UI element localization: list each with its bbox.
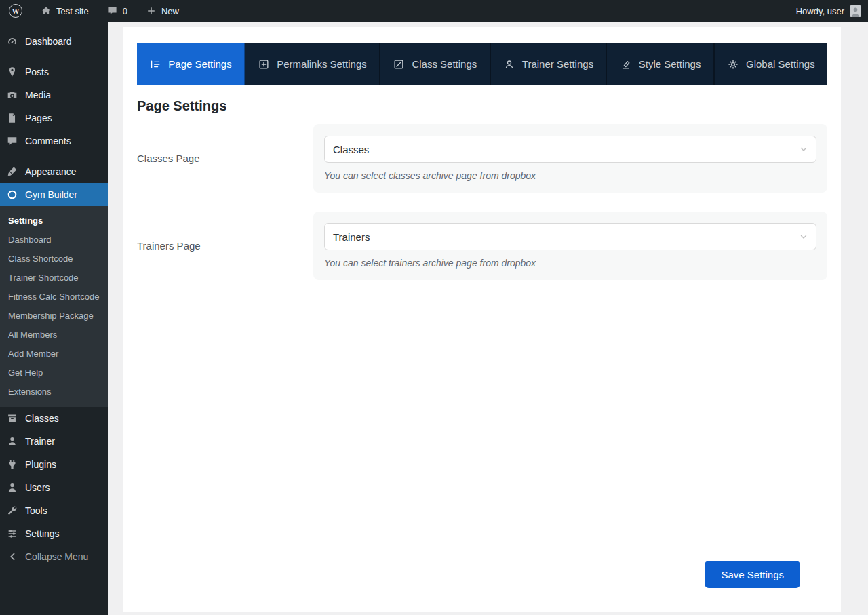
tab-style-settings[interactable]: Style Settings <box>607 43 714 85</box>
sliders-icon <box>5 527 19 540</box>
avatar-person-icon <box>850 5 861 17</box>
sidebar-item-appearance[interactable]: Appearance <box>0 160 108 183</box>
settings-tab-bar: Page Settings Permalinks Settings Class … <box>137 43 827 85</box>
sidebar-item-posts[interactable]: Posts <box>0 60 108 83</box>
plus-square-icon <box>258 58 270 71</box>
submenu-item-trainer-shortcode[interactable]: Trainer Shortcode <box>0 269 108 287</box>
submenu-item-all-members[interactable]: All Members <box>0 325 108 344</box>
wrench-icon <box>5 504 19 517</box>
sidebar-item-label: Users <box>25 482 50 493</box>
sidebar-item-collapse-menu[interactable]: Collapse Menu <box>0 545 108 568</box>
avatar[interactable] <box>850 5 861 17</box>
tab-label: Permalinks Settings <box>277 58 367 70</box>
field-label: Trainers Page <box>137 240 313 252</box>
menu-separator <box>0 53 108 60</box>
field-box: Classes You can select classes archive p… <box>313 124 827 193</box>
tab-label: Global Settings <box>746 58 815 70</box>
admin-content-area: Page Settings Permalinks Settings Class … <box>108 22 868 615</box>
submenu-item-dashboard[interactable]: Dashboard <box>0 231 108 250</box>
person-icon <box>5 435 19 448</box>
comment-bubble-icon <box>106 5 119 17</box>
person-icon <box>5 481 19 494</box>
save-settings-button[interactable]: Save Settings <box>705 561 800 588</box>
pin-icon <box>5 65 19 79</box>
sidebar-item-label: Appearance <box>25 166 77 177</box>
classes-page-select[interactable]: Classes <box>324 136 816 163</box>
howdy-user[interactable]: Howdy, user <box>796 6 844 16</box>
tab-trainer-settings[interactable]: Trainer Settings <box>491 43 608 85</box>
trainers-page-select[interactable]: Trainers <box>324 223 816 250</box>
plus-icon <box>145 5 157 17</box>
sidebar-item-plugins[interactable]: Plugins <box>0 453 108 476</box>
home-icon <box>40 5 52 17</box>
list-icon <box>149 58 161 71</box>
sidebar-item-label: Tools <box>25 505 47 516</box>
admin-sidebar: Dashboard Posts Media Pages Comments App… <box>0 22 108 615</box>
form-row-classes-page: Classes Page Classes You can select clas… <box>137 124 827 193</box>
plug-icon <box>5 458 19 471</box>
collapse-arrow-icon <box>5 550 19 563</box>
tab-class-settings[interactable]: Class Settings <box>380 43 490 85</box>
edit-icon <box>393 58 405 71</box>
tab-label: Trainer Settings <box>522 58 593 70</box>
sidebar-item-comments[interactable]: Comments <box>0 130 108 153</box>
sidebar-item-label: Plugins <box>25 459 56 470</box>
sidebar-item-label: Media <box>25 90 51 100</box>
new-content-button[interactable]: New <box>136 0 188 22</box>
submenu-item-settings[interactable]: Settings <box>0 212 108 231</box>
select-value: Trainers <box>333 231 370 243</box>
tab-global-settings[interactable]: Global Settings <box>715 43 827 85</box>
user-icon <box>503 58 515 71</box>
submenu-item-class-shortcode[interactable]: Class Shortcode <box>0 250 108 269</box>
paint-icon <box>620 58 632 71</box>
submenu-item-extensions[interactable]: Extensions <box>0 382 108 401</box>
submenu-item-add-member[interactable]: Add Member <box>0 344 108 363</box>
tab-permalinks-settings[interactable]: Permalinks Settings <box>245 43 380 85</box>
submenu-item-membership-package[interactable]: Membership Package <box>0 306 108 325</box>
comments-counter[interactable]: 0 <box>98 0 136 22</box>
submenu-item-fitness-calc-shortcode[interactable]: Fitness Calc Shortcode <box>0 287 108 306</box>
form-row-trainers-page: Trainers Page Trainers You can select tr… <box>137 212 827 280</box>
sidebar-item-settings[interactable]: Settings <box>0 522 108 545</box>
field-label: Classes Page <box>137 153 313 164</box>
site-name: Test site <box>56 6 89 16</box>
submenu-item-get-help[interactable]: Get Help <box>0 363 108 382</box>
archive-box-icon <box>5 412 19 425</box>
page-icon <box>5 111 19 125</box>
dashboard-icon <box>5 35 19 48</box>
site-name-link[interactable]: Test site <box>31 0 98 22</box>
settings-card: Page Settings Permalinks Settings Class … <box>123 27 841 612</box>
sidebar-item-pages[interactable]: Pages <box>0 106 108 130</box>
sidebar-item-dashboard[interactable]: Dashboard <box>0 30 108 53</box>
wordpress-logo[interactable]: W <box>0 0 31 22</box>
sidebar-item-media[interactable]: Media <box>0 83 108 106</box>
sidebar-item-label: Trainer <box>25 436 55 447</box>
field-box: Trainers You can select trainers archive… <box>313 212 827 280</box>
field-hint: You can select trainers archive page fro… <box>324 258 816 269</box>
sidebar-item-label: Collapse Menu <box>25 551 88 562</box>
sidebar-item-classes[interactable]: Classes <box>0 407 108 430</box>
sidebar-item-label: Comments <box>25 136 71 146</box>
sidebar-item-label: Gym Builder <box>25 189 77 200</box>
sidebar-item-tools[interactable]: Tools <box>0 499 108 522</box>
sidebar-item-trainer[interactable]: Trainer <box>0 430 108 453</box>
sidebar-item-gym-builder[interactable]: Gym Builder <box>0 183 108 206</box>
menu-separator <box>0 153 108 160</box>
new-label: New <box>161 6 179 16</box>
select-value: Classes <box>333 144 369 155</box>
tab-label: Class Settings <box>412 58 477 70</box>
gym-builder-submenu: Settings Dashboard Class Shortcode Train… <box>0 206 108 407</box>
sidebar-item-label: Classes <box>25 413 59 424</box>
tab-label: Page Settings <box>168 58 231 70</box>
chevron-down-icon <box>800 231 808 243</box>
sidebar-item-label: Settings <box>25 528 60 539</box>
sidebar-item-users[interactable]: Users <box>0 476 108 499</box>
comment-icon <box>5 134 19 148</box>
chevron-down-icon <box>800 144 808 155</box>
field-hint: You can select classes archive page from… <box>324 170 816 181</box>
tab-page-settings[interactable]: Page Settings <box>137 43 245 85</box>
brush-icon <box>5 165 19 178</box>
comment-count: 0 <box>123 6 127 16</box>
page-title: Page Settings <box>137 98 827 114</box>
wordpress-logo-icon: W <box>9 4 22 18</box>
